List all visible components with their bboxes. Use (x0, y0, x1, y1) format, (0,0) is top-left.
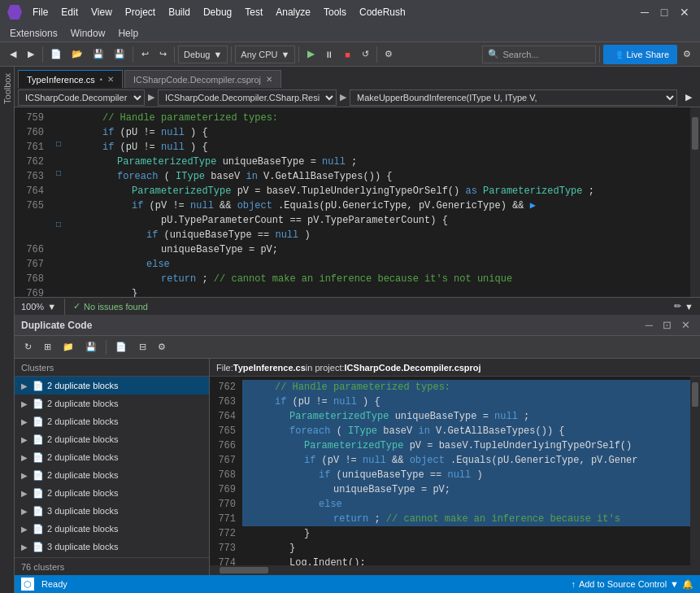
search-box[interactable]: 🔍 Search... (482, 46, 596, 63)
menu-edit[interactable]: Edit (54, 5, 85, 20)
add-source-control-label[interactable]: Add to Source Control (579, 579, 667, 589)
menu-view[interactable]: View (85, 5, 119, 20)
menu-project[interactable]: Project (119, 5, 162, 20)
cluster-item-0[interactable]: ▶ 📄 2 duplicate blocks (15, 377, 209, 395)
menu-test[interactable]: Test (238, 5, 269, 20)
panel-doc-btn[interactable]: 📄 (111, 338, 131, 356)
code-line-765b: pU.TypeParameterCount == pV.TypeParamete… (73, 213, 684, 228)
cluster-item-9[interactable]: ▶ 📄 3 duplicate blocks (15, 538, 209, 556)
save-btn[interactable]: 💾 (89, 46, 108, 63)
platform-dropdown[interactable]: Any CPU ▼ (235, 46, 295, 63)
content-area: TypeInference.cs • ✕ ICSharpCode.Decompi… (15, 67, 700, 593)
cluster-arrow-5: ▶ (21, 471, 29, 480)
start-btn[interactable]: ▶ (302, 46, 319, 63)
panel-split-btn[interactable]: ⊟ (134, 338, 150, 356)
code-line-766a: if (uniqueBaseType == null ) (73, 228, 684, 242)
menu-debug[interactable]: Debug (197, 5, 238, 20)
zoom-indicator[interactable]: 100% ▼ (21, 302, 56, 312)
pause-btn[interactable]: ⏸ (320, 46, 337, 63)
menu-tools[interactable]: Tools (317, 5, 353, 20)
cluster-icon-7: 📄 (33, 506, 44, 517)
cluster-label-0: 2 duplicate blocks (47, 381, 118, 390)
debug-mode-dropdown[interactable]: Debug ▼ (178, 46, 228, 63)
status-right-section: ↑ Add to Source Control ▼ 🔔 (571, 579, 693, 590)
restart-btn[interactable]: ↺ (357, 46, 373, 63)
undo-btn[interactable]: ↩ (137, 46, 153, 63)
menu-extensions[interactable]: Extensions (3, 26, 64, 41)
forward-btn[interactable]: ▶ (23, 46, 39, 63)
cluster-item-7[interactable]: ▶ 📄 3 duplicate blocks (15, 502, 209, 520)
editor-nav-bar: ICSharpCode.Decompiler ▶ ICSharpCode.Dec… (15, 88, 700, 107)
toolbar-sep-7 (599, 46, 600, 63)
pln-769: 769 (213, 482, 236, 497)
tab-typeinference[interactable]: TypeInference.cs • ✕ (18, 70, 123, 88)
menu-file[interactable]: File (26, 5, 54, 20)
preview-hscrollbar[interactable] (210, 565, 700, 575)
title-bar-menus: File Edit View Project Build Debug Test … (26, 5, 637, 20)
maximize-btn[interactable]: □ (656, 3, 672, 21)
cluster-label-5: 2 duplicate blocks (47, 470, 118, 480)
settings-btn[interactable]: ⚙ (679, 46, 695, 63)
menu-window[interactable]: Window (64, 26, 112, 41)
panel-settings-btn[interactable]: ⚙ (154, 338, 170, 356)
cluster-item-4[interactable]: ▶ 📄 2 duplicate blocks (15, 448, 209, 466)
new-file-btn[interactable]: 📄 (46, 46, 66, 63)
preview-hscrollbar-thumb[interactable] (220, 567, 268, 573)
back-btn[interactable]: ◀ (5, 46, 21, 63)
pln-768: 768 (213, 468, 236, 482)
zoom-dropdown: ▼ (47, 302, 56, 312)
cluster-icon-2: 📄 (33, 416, 44, 427)
cluster-arrow-0: ▶ (21, 382, 29, 390)
panel-view-btn[interactable]: ⊞ (39, 338, 55, 356)
toolbar-sep-3 (174, 46, 175, 63)
clusters-panel: Clusters ▶ 📄 2 duplicate blocks ▶ 📄 (15, 359, 210, 575)
no-issues-indicator: ✓ No issues found (73, 301, 148, 312)
menu-build[interactable]: Build (162, 5, 197, 20)
namespace-selector[interactable]: ICSharpCode.Decompiler (18, 89, 145, 106)
menu-help[interactable]: Help (111, 26, 145, 41)
type-selector[interactable]: ICSharpCode.Decompiler.CSharp.Resi (158, 89, 337, 106)
extra-btn1[interactable]: ⚙ (380, 46, 397, 63)
tab-csproj[interactable]: ICSharpCode.Decompiler.csproj ✕ (124, 70, 281, 88)
tab-typeinference-close[interactable]: ✕ (107, 75, 114, 84)
cluster-item-1[interactable]: ▶ 📄 2 duplicate blocks (15, 395, 209, 412)
code-editor: 759 760 761 762 763 764 765 766 767 768 … (15, 107, 700, 297)
cluster-item-3[interactable]: ▶ 📄 2 duplicate blocks (15, 430, 209, 448)
scrollbar-thumb[interactable] (692, 117, 698, 150)
scroll-right-btn[interactable]: ▶ (680, 89, 697, 107)
menu-coderush[interactable]: CodeRush (353, 5, 412, 20)
preview-line-765: foreach ( IType baseV in V.GetAllBaseTyp… (242, 424, 690, 438)
ready-icon: ⬡ (21, 578, 34, 591)
redo-btn[interactable]: ↪ (154, 46, 171, 63)
editor-scrollbar[interactable] (690, 107, 700, 297)
cluster-label-9: 3 duplicate blocks (47, 542, 118, 552)
minimize-btn[interactable]: ─ (637, 3, 653, 21)
close-btn[interactable]: ✕ (676, 3, 693, 21)
preview-scrollbar[interactable] (690, 377, 700, 565)
save-all-btn[interactable]: 💾 (110, 46, 129, 63)
panel-float-btn[interactable]: ⊡ (659, 317, 675, 333)
preview-line-770: else (242, 497, 690, 512)
cluster-icon-0: 📄 (33, 381, 44, 391)
cluster-item-5[interactable]: ▶ 📄 2 duplicate blocks (15, 466, 209, 484)
menu-analyze[interactable]: Analyze (269, 5, 317, 20)
file-header: File: TypeInference.cs in project: ICSha… (210, 359, 700, 377)
panel-close-btn[interactable]: ✕ (678, 317, 693, 333)
cluster-item-6[interactable]: ▶ 📄 2 duplicate blocks (15, 484, 209, 502)
cluster-item-8[interactable]: ▶ 📄 2 duplicate blocks (15, 520, 209, 538)
open-btn[interactable]: 📂 (67, 46, 87, 63)
live-share-button[interactable]: 👥 Live Share (603, 45, 677, 64)
tab-csproj-close[interactable]: ✕ (266, 75, 272, 84)
stop-btn[interactable]: ■ (339, 46, 355, 63)
cluster-item-2[interactable]: ▶ 📄 2 duplicate blocks (15, 412, 209, 430)
main-toolbar: ◀ ▶ 📄 📂 💾 💾 ↩ ↪ Debug ▼ Any CPU ▼ ▶ ⏸ ■ … (0, 42, 700, 67)
panel-refresh-btn[interactable]: ↻ (20, 338, 36, 356)
nav-sep: ▶ (148, 92, 154, 102)
panel-save-btn[interactable]: 💾 (81, 338, 101, 356)
preview-scrollbar-thumb[interactable] (692, 382, 698, 407)
method-selector[interactable]: MakeUpperBoundInference(IType U, IType V… (350, 89, 677, 106)
clusters-list[interactable]: ▶ 📄 2 duplicate blocks ▶ 📄 2 duplicate b… (15, 377, 209, 557)
panel-pin-btn[interactable]: ─ (642, 317, 656, 333)
panel-folder-btn[interactable]: 📁 (59, 338, 78, 356)
toolbar-sep-5 (298, 46, 299, 63)
